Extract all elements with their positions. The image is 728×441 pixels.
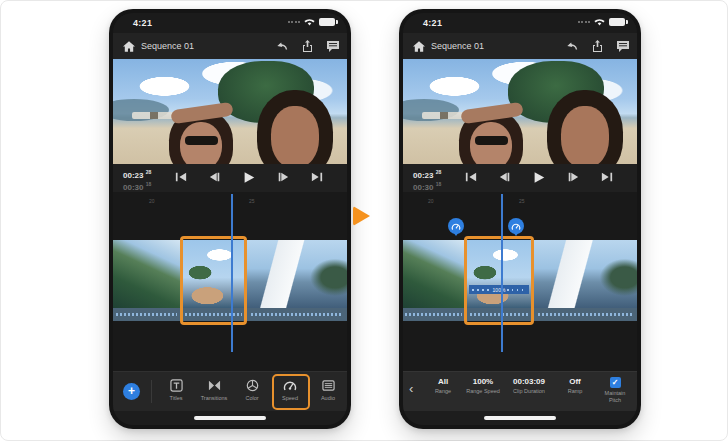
comment-icon[interactable]	[327, 41, 339, 52]
video-preview[interactable]	[113, 59, 347, 164]
person-woman	[459, 110, 523, 164]
status-icons	[578, 18, 626, 26]
clip-duration-control[interactable]: 00:03:09 Clip Duration	[503, 372, 555, 411]
timecode: 00:23 28 00:30 18	[123, 168, 151, 191]
skip-to-end-icon[interactable]	[307, 167, 327, 187]
clip-1[interactable]	[113, 240, 180, 308]
video-preview[interactable]	[403, 59, 637, 164]
clip-selection-border	[180, 236, 247, 325]
play-icon[interactable]	[529, 167, 549, 187]
battery-icon	[609, 18, 625, 26]
clock: 4:21	[133, 18, 152, 28]
status-icons	[288, 18, 336, 26]
speed-panel: ‹ All Range 100% Range Speed 00:03:09 Cl…	[403, 371, 637, 411]
audio-icon	[322, 379, 335, 392]
frame-back-icon[interactable]	[495, 167, 515, 187]
home-indicator[interactable]	[484, 416, 556, 420]
add-media-button[interactable]: +	[123, 383, 140, 400]
tool-audio[interactable]: Audio	[309, 372, 347, 411]
timecode: 00:23 28 00:30 18	[413, 168, 441, 191]
play-icon[interactable]	[239, 167, 259, 187]
next-step-arrow-icon	[353, 206, 370, 226]
maintain-pitch-checkbox[interactable]: ✓	[610, 377, 621, 388]
range-speed-control[interactable]: 100% Range Speed	[463, 372, 503, 411]
person-woman	[169, 110, 233, 164]
playhead[interactable]	[501, 194, 503, 352]
titles-icon	[170, 379, 183, 392]
screen-before: 4:21 Sequence 01	[113, 13, 347, 425]
cellular-dots-icon	[578, 21, 591, 23]
timeline[interactable]: 20 25	[113, 192, 347, 371]
cellular-dots-icon	[288, 21, 301, 23]
phone-before: 4:21 Sequence 01	[109, 9, 351, 429]
tool-transitions[interactable]: Transitions	[195, 372, 233, 411]
transport-bar: 00:23 28 00:30 18	[403, 164, 637, 192]
ruler-tick: 25	[519, 198, 525, 204]
person-man	[547, 90, 623, 164]
comment-icon[interactable]	[617, 41, 629, 52]
tutorial-figure: 4:21 Sequence 01	[0, 0, 728, 441]
ruler-tick: 20	[149, 198, 155, 204]
frame-forward-icon[interactable]	[563, 167, 583, 187]
divider	[151, 380, 152, 403]
undo-icon[interactable]	[565, 41, 578, 51]
back-chevron-icon[interactable]: ‹	[409, 382, 413, 396]
clock: 4:21	[423, 18, 442, 28]
status-bar: 4:21	[113, 13, 347, 33]
status-bar: 4:21	[403, 13, 637, 33]
speed-highlight-box	[272, 374, 310, 410]
wifi-icon	[304, 18, 315, 26]
transitions-icon	[208, 379, 221, 392]
transport-bar: 00:23 28 00:30 18	[113, 164, 347, 192]
skip-to-end-icon[interactable]	[597, 167, 617, 187]
sequence-title: Sequence 01	[141, 41, 194, 51]
color-wheel-icon	[246, 379, 259, 392]
frame-back-icon[interactable]	[205, 167, 225, 187]
timeline[interactable]: 20 25 100%	[403, 192, 637, 371]
share-icon[interactable]	[592, 40, 603, 52]
home-icon[interactable]	[413, 41, 425, 52]
share-icon[interactable]	[302, 40, 313, 52]
speedometer-pin-icon[interactable]	[508, 218, 524, 234]
audio-strip[interactable]	[534, 308, 637, 321]
battery-icon	[319, 18, 335, 26]
clip-3[interactable]	[247, 240, 347, 308]
speed-range-control[interactable]: All Range	[423, 372, 463, 411]
clip-1[interactable]	[403, 240, 464, 308]
maintain-pitch-control[interactable]: ✓ Maintain Pitch	[595, 372, 635, 411]
audio-strip[interactable]	[403, 308, 464, 321]
frame-forward-icon[interactable]	[273, 167, 293, 187]
ramp-control[interactable]: Off Ramp	[555, 372, 595, 411]
skip-to-start-icon[interactable]	[171, 167, 191, 187]
home-icon[interactable]	[123, 41, 135, 52]
audio-strip[interactable]	[247, 308, 347, 321]
phone-after: 4:21 Sequence 01	[399, 9, 641, 429]
clip-3[interactable]	[534, 240, 637, 308]
playhead[interactable]	[231, 194, 233, 352]
tool-color[interactable]: Color	[233, 372, 271, 411]
audio-strip[interactable]	[113, 308, 180, 321]
screen-after: 4:21 Sequence 01	[403, 13, 637, 425]
ruler-tick: 25	[249, 198, 255, 204]
skip-to-start-icon[interactable]	[461, 167, 481, 187]
home-indicator[interactable]	[194, 416, 266, 420]
speedometer-pin-icon[interactable]	[448, 218, 464, 234]
wifi-icon	[594, 18, 605, 26]
ruler-tick: 20	[428, 198, 434, 204]
person-man	[257, 90, 333, 164]
tool-titles[interactable]: Titles	[157, 372, 195, 411]
sequence-title: Sequence 01	[431, 41, 484, 51]
clip-selection-border	[464, 236, 534, 325]
nav-bar: Sequence 01	[113, 33, 347, 59]
edit-toolbar: + Titles Transitions Color	[113, 371, 347, 411]
undo-icon[interactable]	[275, 41, 288, 51]
nav-bar: Sequence 01	[403, 33, 637, 59]
